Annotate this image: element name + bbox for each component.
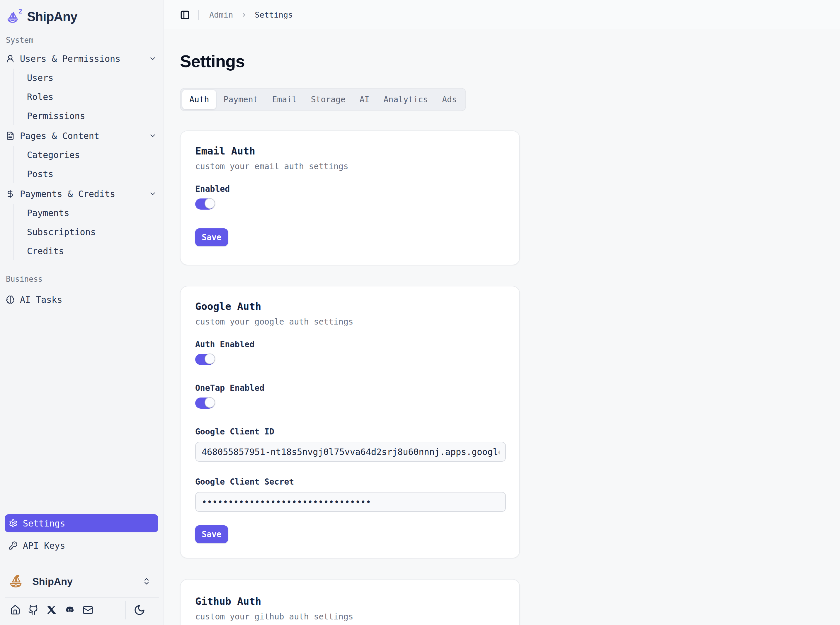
page-content: Settings Auth Payment Email Storage AI A… (164, 30, 840, 625)
card-description: custom your github auth settings (195, 612, 505, 622)
brand-sup: 2 (19, 8, 22, 15)
sidebar-footer: Settings API Keys ShipAny (0, 514, 163, 621)
tab-auth[interactable]: Auth (182, 90, 216, 109)
sidebar-sublist: Categories Posts (14, 146, 159, 183)
x-icon[interactable] (46, 605, 57, 615)
sidebar-item-pages-content[interactable]: Pages & Content (5, 127, 159, 145)
sidebar-item-roles[interactable]: Roles (27, 88, 159, 106)
switch-knob (205, 397, 215, 408)
home-icon[interactable] (10, 605, 20, 615)
card-title: Google Auth (195, 300, 505, 312)
field-label-google-client-secret: Google Client Secret (195, 477, 505, 487)
workspace-switcher[interactable]: ShipAny (8, 570, 159, 593)
google-auth-enabled-switch[interactable] (195, 354, 214, 365)
gear-icon (9, 519, 17, 528)
mail-icon[interactable] (83, 605, 93, 615)
google-client-secret-input[interactable] (195, 492, 506, 512)
sidebar-group-label-business: Business (6, 275, 163, 283)
brand: 2 ShipAny (6, 8, 163, 25)
card-title: Email Auth (195, 145, 505, 157)
switch-knob (205, 353, 215, 364)
social-links (5, 599, 159, 621)
tab-ads[interactable]: Ads (435, 90, 464, 109)
card-title: Github Auth (195, 595, 505, 607)
github-icon[interactable] (28, 605, 39, 615)
google-client-id-input[interactable] (195, 442, 506, 462)
discord-icon[interactable] (64, 605, 75, 615)
sidebar-item-credits[interactable]: Credits (27, 242, 159, 260)
app-window: 2 ShipAny System Users & Permissions Use… (0, 0, 840, 625)
sidebar-item-users-permissions[interactable]: Users & Permissions (5, 50, 159, 68)
tab-ai[interactable]: AI (352, 90, 377, 109)
brand-name: ShipAny (27, 9, 77, 24)
card-description: custom your email auth settings (195, 162, 505, 171)
sidebar-item-posts[interactable]: Posts (27, 165, 159, 183)
tab-storage[interactable]: Storage (304, 90, 352, 109)
panel-left-icon[interactable] (180, 10, 190, 20)
sidebar-item-settings[interactable]: Settings (5, 514, 158, 532)
sidebar-group-label-system: System (6, 36, 163, 45)
sidebar-sublist: Payments Subscriptions Credits (14, 204, 159, 260)
save-button[interactable]: Save (195, 525, 228, 543)
chevrons-up-down-icon (143, 577, 151, 585)
user-icon (6, 54, 15, 63)
github-auth-card: Github Auth custom your github auth sett… (180, 579, 520, 625)
card-description: custom your google auth settings (195, 317, 505, 326)
key-icon (9, 541, 17, 550)
file-text-icon (6, 131, 15, 140)
chevron-down-icon (149, 55, 157, 62)
sidebar-item-payments-credits[interactable]: Payments & Credits (5, 185, 159, 203)
field-label-onetap-enabled: OneTap Enabled (195, 383, 505, 393)
field-label-auth-enabled: Auth Enabled (195, 339, 505, 349)
topbar: Admin Settings (164, 0, 840, 30)
page-title: Settings (180, 51, 840, 71)
sidebar-item-permissions[interactable]: Permissions (27, 107, 159, 125)
email-auth-card: Email Auth custom your email auth settin… (180, 131, 520, 265)
tab-analytics[interactable]: Analytics (376, 90, 435, 109)
social-divider (126, 601, 126, 619)
sidebar-item-api-keys[interactable]: API Keys (5, 536, 159, 555)
chevron-right-icon (241, 12, 247, 18)
tab-email[interactable]: Email (265, 90, 304, 109)
sidebar-nav-business: AI Tasks (0, 288, 163, 309)
moon-icon[interactable] (134, 604, 145, 616)
brain-icon (6, 295, 15, 304)
google-auth-card: Google Auth custom your google auth sett… (180, 286, 520, 558)
google-onetap-enabled-switch[interactable] (195, 398, 214, 409)
topbar-divider (198, 10, 199, 20)
sidebar-item-categories[interactable]: Categories (27, 146, 159, 164)
breadcrumb-admin[interactable]: Admin (209, 10, 233, 19)
settings-tabs: Auth Payment Email Storage AI Analytics … (180, 88, 466, 111)
sidebar-item-payments[interactable]: Payments (27, 204, 159, 222)
email-enabled-switch[interactable] (195, 199, 214, 210)
main-area: Admin Settings Settings Auth Payment Ema… (164, 0, 840, 625)
breadcrumb: Admin Settings (209, 10, 293, 19)
sidebar-item-subscriptions[interactable]: Subscriptions (27, 223, 159, 241)
field-label-enabled: Enabled (195, 184, 505, 194)
sidebar-sublist: Users Roles Permissions (14, 68, 159, 125)
breadcrumb-settings: Settings (255, 10, 293, 19)
switch-knob (205, 198, 215, 209)
sidebar-divider (5, 597, 159, 598)
chevron-down-icon (149, 190, 157, 197)
sidebar-item-ai-tasks[interactable]: AI Tasks (5, 291, 159, 309)
save-button[interactable]: Save (195, 229, 228, 246)
sidebar-item-users[interactable]: Users (27, 68, 159, 87)
sailboat-icon: 2 (6, 9, 19, 24)
sidebar-nav: Users & Permissions Users Roles Permissi… (0, 49, 163, 262)
dollar-sign-icon (6, 190, 15, 198)
workspace-name: ShipAny (32, 576, 73, 587)
sailboat-flag-icon (8, 573, 23, 589)
field-label-google-client-id: Google Client ID (195, 427, 505, 437)
tab-payment[interactable]: Payment (216, 90, 265, 109)
chevron-down-icon (149, 132, 157, 140)
sidebar: 2 ShipAny System Users & Permissions Use… (0, 0, 164, 625)
